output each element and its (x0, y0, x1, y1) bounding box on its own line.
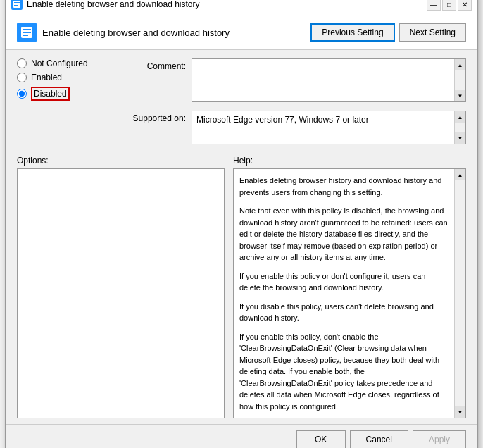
disabled-label: Disabled (31, 87, 70, 101)
supported-scroll-down[interactable]: ▼ (455, 132, 465, 144)
left-panel: Not Configured Enabled Disabled (17, 58, 130, 147)
help-box-wrapper: Enables deleting browser history and dow… (233, 168, 466, 418)
help-para-2: Note that even with this policy is disab… (239, 205, 448, 263)
policy-setting-icon (17, 23, 37, 42)
help-scroll-up[interactable]: ▲ (455, 169, 465, 180)
not-configured-radio[interactable] (17, 58, 27, 68)
supported-wrapper: Microsoft Edge version 77, Windows 7 or … (192, 111, 466, 144)
right-panel: Comment: ▲ ▼ Supported on: Microsoft Edg… (130, 58, 466, 147)
header-buttons: Previous Setting Next Setting (310, 23, 466, 42)
radio-group: Not Configured Enabled Disabled (17, 58, 130, 101)
supported-scroll-up[interactable]: ▲ (455, 111, 465, 123)
svg-rect-1 (14, 2, 20, 3)
not-configured-label: Not Configured (31, 58, 88, 68)
enabled-label: Enabled (31, 73, 62, 82)
apply-button[interactable]: Apply (413, 430, 466, 448)
options-box (17, 168, 225, 418)
supported-scroll-track (455, 123, 465, 132)
title-controls: — □ ✕ (427, 0, 472, 11)
dialog-footer: OK Cancel Apply (6, 424, 477, 448)
dialog-title: Enable deleting browser and download his… (42, 27, 230, 38)
disabled-option[interactable]: Disabled (17, 87, 130, 101)
minimize-button[interactable]: — (427, 0, 441, 11)
supported-row: Supported on: Microsoft Edge version 77,… (130, 111, 466, 144)
disabled-radio[interactable] (17, 89, 27, 99)
enabled-option[interactable]: Enabled (17, 73, 130, 82)
title-bar-left: Enable deleting browser and download his… (11, 0, 200, 10)
comment-scroll-up[interactable]: ▲ (455, 59, 465, 70)
help-para-3: If you enable this policy or don't confi… (239, 270, 448, 294)
help-scroll-track (455, 180, 465, 406)
svg-rect-3 (14, 5, 18, 6)
dialog-header: Enable deleting browser and download his… (6, 15, 477, 50)
help-scrollbar: ▲ ▼ (454, 169, 465, 418)
ok-button[interactable]: OK (296, 430, 346, 448)
comment-scroll-down[interactable]: ▼ (455, 90, 465, 101)
options-help-section: Options: Help: Enables deleting browser … (6, 156, 477, 424)
comment-input[interactable] (192, 59, 454, 101)
previous-setting-button[interactable]: Previous Setting (310, 23, 394, 42)
options-label: Options: (17, 156, 225, 166)
not-configured-option[interactable]: Not Configured (17, 58, 130, 68)
supported-label: Supported on: (130, 111, 186, 123)
supported-text: Microsoft Edge version 77, Windows 7 or … (192, 111, 454, 144)
svg-rect-5 (23, 29, 31, 30)
help-label: Help: (233, 156, 466, 166)
enabled-radio[interactable] (17, 73, 27, 82)
help-panel: Help: Enables deleting browser history a… (233, 156, 466, 418)
help-scroll-down[interactable]: ▼ (455, 406, 465, 418)
next-setting-button[interactable]: Next Setting (399, 23, 466, 42)
comment-textarea-wrapper: ▲ ▼ (192, 58, 466, 102)
options-panel: Options: (17, 156, 225, 418)
help-para-1: Enables deleting browser history and dow… (239, 175, 448, 198)
comment-scroll-track (455, 70, 465, 90)
svg-rect-6 (23, 32, 31, 33)
cancel-button[interactable]: Cancel (350, 430, 408, 448)
close-button[interactable]: ✕ (458, 0, 472, 11)
svg-rect-7 (23, 35, 28, 36)
maximize-button[interactable]: □ (442, 0, 456, 11)
policy-window: Enable deleting browser and download his… (5, 0, 478, 448)
title-bar: Enable deleting browser and download his… (6, 0, 477, 15)
svg-rect-2 (14, 4, 20, 4)
window-title: Enable deleting browser and download his… (27, 0, 200, 9)
comment-scrollbar: ▲ ▼ (454, 59, 465, 101)
dialog-body: Not Configured Enabled Disabled Comment: (6, 50, 477, 156)
supported-scrollbar: ▲ ▼ (454, 111, 465, 144)
dialog-header-left: Enable deleting browser and download his… (17, 23, 230, 42)
comment-row: Comment: ▲ ▼ (130, 58, 466, 102)
policy-icon (11, 0, 23, 10)
help-para-4: If you disable this policy, users can't … (239, 301, 448, 324)
comment-label: Comment: (130, 58, 186, 71)
help-para-5: If you enable this policy, don't enable … (239, 331, 448, 413)
help-text: Enables deleting browser history and dow… (234, 169, 454, 418)
